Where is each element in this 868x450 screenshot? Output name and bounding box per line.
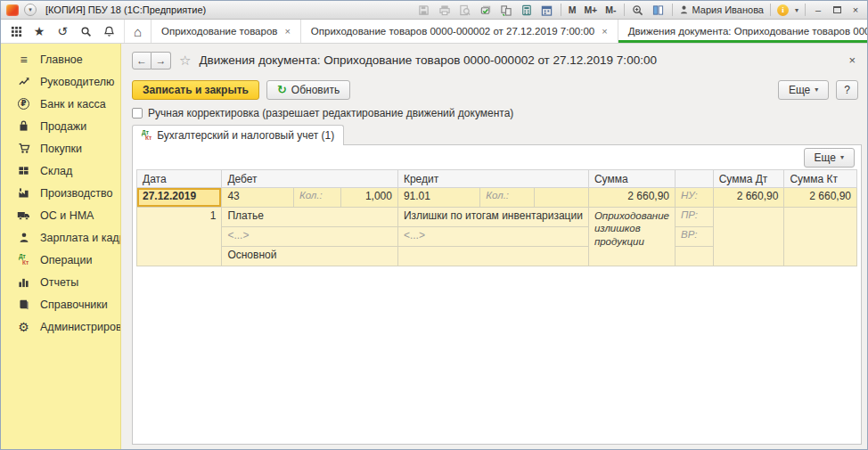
sidebar-item-purchases[interactable]: Покупки: [1, 137, 120, 160]
sections-menu-icon[interactable]: [4, 20, 28, 43]
cell-debit-qty-label[interactable]: Кол.:: [293, 188, 341, 208]
postings-grid: Дата Дебет Кредит Сумма Сумма Дт Сумма К…: [133, 169, 861, 444]
memory-subtract-button[interactable]: M-: [604, 4, 617, 15]
col-header-date[interactable]: Дата: [137, 170, 222, 188]
tab-goods-receipt-list[interactable]: Оприходование товаров ×: [151, 20, 300, 43]
sidebar-item-sales[interactable]: Продажи: [1, 115, 120, 137]
sidebar-item-reports[interactable]: Отчеты: [1, 271, 120, 293]
cell-debit-analytics-2[interactable]: <...>: [222, 227, 398, 247]
sidebar-item-label: Склад: [40, 165, 72, 177]
cell-credit-qty-label[interactable]: Кол.:: [480, 188, 535, 208]
tab-document-movements[interactable]: Движения документа: Оприходование товаро…: [618, 20, 868, 43]
cell-debit-analytics-3[interactable]: Основной: [222, 247, 398, 266]
sidebar-item-payroll-hr[interactable]: Зарплата и кадры: [1, 226, 120, 249]
col-header-tax-labels[interactable]: [676, 170, 714, 188]
print-preview-icon[interactable]: [458, 4, 472, 17]
calendar-icon[interactable]: [540, 4, 554, 17]
cell-credit-analytics-1[interactable]: Излишки по итогам инвентаризации: [397, 208, 588, 227]
cell-sum[interactable]: 2 660,90: [588, 188, 675, 208]
split-columns-icon[interactable]: [651, 4, 666, 17]
search-icon[interactable]: [74, 20, 97, 43]
sidebar-item-administration[interactable]: ⚙ Администрирование: [1, 315, 120, 338]
sidebar-item-label: ОС и НМА: [40, 209, 94, 222]
cell-debit-account[interactable]: 43: [222, 188, 294, 208]
info-icon[interactable]: i: [777, 4, 789, 16]
service-menu-caret-icon[interactable]: ▾: [795, 6, 798, 14]
history-icon[interactable]: ↺: [51, 20, 74, 43]
favorites-icon[interactable]: ★: [28, 20, 51, 43]
minimize-button[interactable]: –: [812, 4, 824, 15]
col-header-sum-dt[interactable]: Сумма Дт: [713, 170, 784, 188]
calculator-icon[interactable]: [520, 4, 534, 17]
tab-goods-receipt-document[interactable]: Оприходование товаров 0000-000002 от 27.…: [300, 20, 618, 43]
sidebar-item-main[interactable]: ≡ Главное: [1, 48, 120, 70]
cell-credit-analytics-3[interactable]: [397, 247, 588, 266]
cell-line-number[interactable]: 1: [137, 208, 222, 266]
home-icon[interactable]: ⌂: [124, 20, 151, 43]
tab-accounting-register[interactable]: ДтКт Бухгалтерский и налоговый учет (1): [132, 125, 344, 145]
book-icon: [16, 298, 31, 312]
cell-sum-kt-empty[interactable]: [784, 208, 857, 266]
related-documents-icon[interactable]: [499, 4, 513, 17]
cell-pr-label[interactable]: ПР:: [676, 208, 714, 227]
cell-posting-comment[interactable]: Оприходование излишков продукции: [588, 208, 675, 266]
cell-credit-qty[interactable]: [535, 188, 589, 208]
sidebar-item-label: Операции: [40, 254, 92, 266]
gear-icon: ⚙: [16, 320, 31, 334]
cell-date[interactable]: 27.12.2019: [137, 188, 222, 208]
sidebar-item-label: Отчеты: [40, 276, 78, 289]
sidebar-item-label: Банк и касса: [40, 98, 106, 110]
sidebar-item-manager[interactable]: Руководителю: [1, 70, 120, 93]
print-icon[interactable]: [438, 4, 452, 17]
col-header-sum-kt[interactable]: Сумма Кт: [784, 170, 857, 188]
cell-sum-dt-empty[interactable]: [713, 208, 784, 266]
main-content: ← → ☆ Движения документа: Оприходование …: [121, 44, 867, 449]
forward-button[interactable]: →: [151, 52, 171, 70]
sidebar-item-directories[interactable]: Справочники: [1, 293, 120, 315]
add-favorite-star-icon[interactable]: ☆: [179, 53, 191, 69]
cell-sum-kt[interactable]: 2 660,90: [784, 188, 857, 208]
panel-toolbar: Еще ▾: [133, 145, 861, 169]
cell-tax-label-empty[interactable]: [676, 247, 714, 266]
save-and-close-button[interactable]: Записать и закрыть: [132, 80, 259, 100]
cell-credit-account[interactable]: 91.01: [397, 188, 479, 208]
sidebar-item-label: Продажи: [40, 120, 86, 133]
cell-sum-dt[interactable]: 2 660,90: [713, 188, 784, 208]
sidebar-item-warehouse[interactable]: Склад: [1, 160, 120, 182]
sidebar-item-bank-cash[interactable]: ₽ Банк и касса: [1, 93, 120, 115]
zoom-icon[interactable]: [631, 4, 645, 17]
restore-button[interactable]: [831, 4, 843, 15]
sidebar-item-production[interactable]: Производство: [1, 182, 120, 204]
title-bar: ▾ [КОПИЯ] ПБУ 18 (1С:Предприятие) M M+ M…: [1, 1, 867, 20]
tab-label: Движения документа: Оприходование товаро…: [628, 26, 868, 37]
close-tab-icon[interactable]: ×: [602, 26, 607, 37]
close-tab-icon[interactable]: ×: [284, 26, 290, 37]
cell-debit-analytics-1[interactable]: Платье: [222, 208, 398, 227]
memory-add-button[interactable]: M+: [583, 4, 598, 15]
save-icon[interactable]: [417, 4, 431, 17]
main-menu-caret-icon[interactable]: ▾: [24, 4, 37, 16]
help-button[interactable]: ?: [836, 80, 858, 100]
sidebar-item-operations[interactable]: ДтКт Операции: [1, 249, 120, 271]
panel-more-button[interactable]: Еще ▾: [804, 148, 855, 168]
memory-recall-button[interactable]: M: [568, 4, 577, 15]
manual-adjustment-checkbox[interactable]: [132, 108, 143, 119]
close-window-button[interactable]: ×: [849, 4, 862, 15]
more-label: Еще: [815, 151, 836, 164]
close-form-button[interactable]: ×: [846, 53, 858, 67]
post-document-icon[interactable]: [479, 4, 493, 17]
more-button[interactable]: Еще ▾: [778, 80, 829, 100]
bar-chart-icon: [16, 275, 31, 290]
sidebar-item-fixed-assets[interactable]: ОС и НМА: [1, 204, 120, 226]
current-user-button[interactable]: Мария Иванова: [679, 4, 764, 15]
cell-debit-qty[interactable]: 1,000: [341, 188, 397, 208]
col-header-debit[interactable]: Дебет: [222, 170, 398, 188]
cell-nu-label[interactable]: НУ:: [676, 188, 714, 208]
refresh-button[interactable]: ↻ Обновить: [266, 80, 350, 100]
col-header-sum[interactable]: Сумма: [588, 170, 675, 188]
col-header-credit[interactable]: Кредит: [397, 170, 588, 188]
notifications-bell-icon[interactable]: [97, 20, 120, 43]
cell-credit-analytics-2[interactable]: <...>: [397, 227, 588, 247]
back-button[interactable]: ←: [132, 52, 151, 70]
cell-vr-label[interactable]: ВР:: [676, 227, 714, 247]
